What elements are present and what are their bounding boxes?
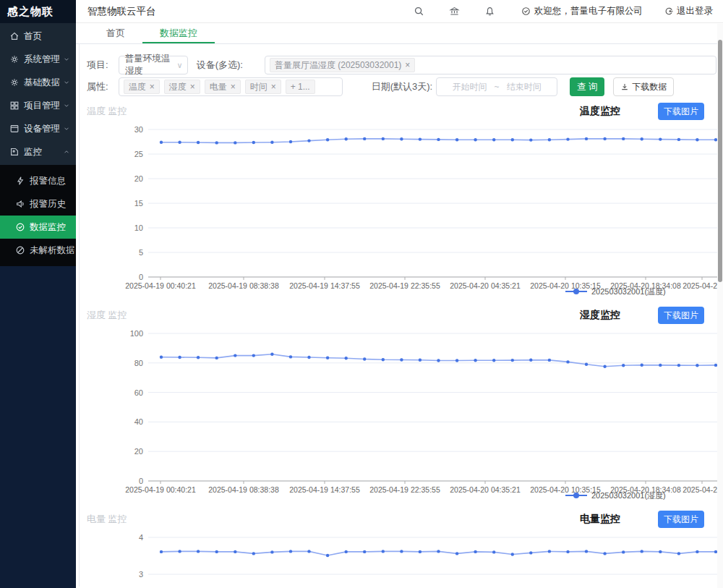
app-logo: 感之物联 <box>0 0 76 23</box>
svg-text:2025-04-19 00:40:21: 2025-04-19 00:40:21 <box>125 281 196 290</box>
download-image-button[interactable]: 下载图片 <box>658 307 704 324</box>
remove-tag-icon[interactable]: × <box>271 82 276 91</box>
remove-tag-icon[interactable]: × <box>405 61 410 69</box>
logout-label: 退出登录 <box>677 5 713 17</box>
sidebar-item-data-monitor[interactable]: 数据监控 <box>0 216 76 239</box>
query-button[interactable]: 查 询 <box>570 77 604 96</box>
svg-text:2025-04-19 14:37:55: 2025-04-19 14:37:55 <box>289 485 360 494</box>
svg-text:2025-04-20 10:35:15: 2025-04-20 10:35:15 <box>530 485 601 494</box>
device-multiselect[interactable]: 普量展厅温湿度 (202503032001) × <box>265 56 716 74</box>
content-panel: 项目: 普量环境温湿度 ∨ 设备(多选): 普量展厅温湿度 (202503032… <box>79 44 723 587</box>
organization-icon[interactable] <box>449 6 460 17</box>
download-image-button[interactable]: 下载图片 <box>658 103 704 120</box>
chart-header: 电量 监控 电量监控 下载图片 <box>80 510 723 529</box>
svg-text:20: 20 <box>134 174 143 183</box>
svg-text:2025-04-20 04:35:21: 2025-04-20 04:35:21 <box>450 485 521 494</box>
chart-header: 湿度 监控 湿度监控 下载图片 <box>80 306 723 325</box>
bell-icon[interactable] <box>484 6 495 17</box>
svg-text:2025-04-21: 2025-04-21 <box>683 281 722 290</box>
sidebar-item-project-mgmt[interactable]: 项目管理 <box>0 94 76 117</box>
logout-button[interactable]: 退出登录 <box>664 5 713 17</box>
chevron-up-icon <box>63 148 70 155</box>
sidebar-item-monitor[interactable]: 监控 <box>0 140 76 163</box>
svg-text:15: 15 <box>134 199 143 208</box>
filter-row-project: 项目: 普量环境温湿度 ∨ 设备(多选): 普量展厅温湿度 (202503032… <box>87 56 723 74</box>
sidebar-item-home[interactable]: 首页 <box>0 25 76 48</box>
chart-section-battery: 电量 监控 电量监控 下载图片 43 <box>80 510 723 588</box>
humidity-line-chart: 0204060801002025-04-19 00:40:212025-04-1… <box>80 325 722 504</box>
tab-home[interactable]: 首页 <box>89 23 142 43</box>
sidebar-filler <box>0 266 76 588</box>
tab-data-monitor[interactable]: 数据监控 <box>142 23 215 43</box>
home-icon <box>9 31 20 41</box>
remove-tag-icon[interactable]: × <box>190 82 195 91</box>
gear-icon <box>9 54 20 64</box>
sidebar-item-alarm-info[interactable]: 报警信息 <box>0 169 76 192</box>
attr-tag: 电量 × <box>205 80 241 94</box>
date-label: 日期(默认3天): <box>372 80 433 93</box>
battery-line-chart: 43 <box>80 529 722 588</box>
chart-watermark: 湿度 监控 <box>87 309 580 322</box>
sidebar-item-system-mgmt[interactable]: 系统管理 <box>0 48 76 71</box>
project-select-value: 普量环境温湿度 <box>125 53 177 77</box>
grid-icon <box>9 101 20 111</box>
chevron-down-icon <box>63 125 70 132</box>
device-icon <box>9 124 20 134</box>
svg-text:40: 40 <box>134 417 143 426</box>
svg-text:2025-04-19 08:38:38: 2025-04-19 08:38:38 <box>208 281 279 290</box>
project-select[interactable]: 普量环境温湿度 ∨ <box>119 56 188 74</box>
main-area: 智慧物联云平台 欢迎您，普量电子有限公司 退出登录 <box>76 0 723 588</box>
scrollbar-thumb[interactable] <box>718 40 722 282</box>
svg-text:60: 60 <box>134 388 143 397</box>
svg-text:20: 20 <box>134 447 143 456</box>
chart-watermark: 电量 监控 <box>87 513 580 526</box>
svg-text:25: 25 <box>134 150 143 158</box>
lightning-icon <box>15 176 25 186</box>
device-label: 设备(多选): <box>197 59 243 72</box>
sidebar-item-base-data[interactable]: 基础数据 <box>0 71 76 94</box>
svg-text:2025-04-19 14:37:55: 2025-04-19 14:37:55 <box>289 281 360 290</box>
welcome-text: 欢迎您，普量电子有限公司 <box>534 5 643 17</box>
remove-tag-icon[interactable]: × <box>231 82 236 91</box>
search-icon[interactable] <box>414 6 424 17</box>
circle-slash-icon <box>15 245 25 255</box>
check-circle-icon <box>521 7 531 16</box>
download-icon <box>620 82 629 91</box>
device-tag: 普量展厅温湿度 (202503032001) × <box>270 58 415 72</box>
svg-text:2025-04-19 22:35:55: 2025-04-19 22:35:55 <box>369 281 440 290</box>
speaker-icon <box>15 199 25 209</box>
download-image-button[interactable]: 下载图片 <box>658 511 704 528</box>
temperature-line-chart: 0510152025302025-04-19 00:40:212025-04-1… <box>80 121 722 300</box>
download-data-button[interactable]: 下载数据 <box>613 77 674 96</box>
chevron-down-icon <box>63 56 70 63</box>
chart-section-humidity: 湿度 监控 湿度监控 下载图片 0204060801002025-04-19 0… <box>80 306 723 504</box>
chart-header: 温度 监控 温度监控 下载图片 <box>80 102 723 121</box>
tabbar: 首页 数据监控 <box>76 23 723 44</box>
svg-text:2025-04-19 08:38:38: 2025-04-19 08:38:38 <box>208 485 279 494</box>
attr-multiselect[interactable]: 温度 × 湿度 × 电量 × 时间 × + 1... <box>119 77 343 96</box>
date-separator: ~ <box>495 82 500 92</box>
check-circle-icon <box>15 222 25 232</box>
svg-text:80: 80 <box>134 359 143 367</box>
chart-title: 电量监控 <box>580 513 620 526</box>
remove-tag-icon[interactable]: × <box>150 82 155 91</box>
svg-text:2025-04-19 22:35:55: 2025-04-19 22:35:55 <box>369 485 440 494</box>
page-title: 智慧物联云平台 <box>87 5 389 18</box>
svg-text:2025-04-19 00:40:21: 2025-04-19 00:40:21 <box>125 485 196 494</box>
sidebar-item-device-mgmt[interactable]: 设备管理 <box>0 117 76 140</box>
sidebar-menu: 首页 系统管理 基础数据 项目管理 <box>0 23 76 165</box>
sidebar-item-alarm-history[interactable]: 报警历史 <box>0 192 76 216</box>
svg-text:100: 100 <box>130 329 143 338</box>
scrollbar-track[interactable] <box>717 24 723 588</box>
project-label: 项目: <box>87 59 108 72</box>
attr-tag: 时间 × <box>245 80 281 94</box>
chart-title: 湿度监控 <box>580 309 620 322</box>
welcome-area: 欢迎您，普量电子有限公司 <box>521 5 643 17</box>
date-range-input[interactable]: 开始时间 ~ 结束时间 <box>436 77 557 96</box>
chevron-down-icon: ∨ <box>177 61 183 70</box>
filter-row-attrs: 属性: 温度 × 湿度 × 电量 × 时间 <box>87 77 723 96</box>
date-start-placeholder: 开始时间 <box>453 81 487 93</box>
topbar: 智慧物联云平台 欢迎您，普量电子有限公司 退出登录 <box>76 0 723 23</box>
sidebar-item-unparsed-data[interactable]: 未解析数据 <box>0 239 76 262</box>
attr-tag: 湿度 × <box>164 80 200 94</box>
